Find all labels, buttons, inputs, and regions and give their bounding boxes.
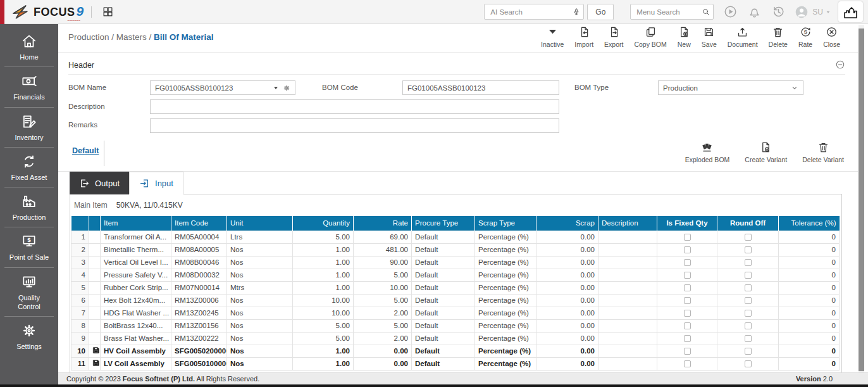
scrollbar-thumb[interactable]: [859, 29, 864, 371]
quantity-cell[interactable]: 1.00: [293, 256, 354, 269]
sidebar-item-financials[interactable]: Financials: [4, 67, 54, 107]
quantity-cell[interactable]: 10.00: [293, 307, 354, 319]
scrap-cell[interactable]: 0.00: [536, 243, 598, 256]
bom-name-dropdown[interactable]: FG01005ASSB0100123: [150, 80, 295, 95]
procure-type-cell[interactable]: Default: [412, 319, 475, 332]
scrap-type-cell[interactable]: Percentage (%): [475, 307, 536, 319]
unit-cell[interactable]: Nos: [227, 256, 293, 269]
round-off-checkbox[interactable]: [745, 360, 752, 367]
round-off-checkbox[interactable]: [745, 284, 752, 291]
item-code-cell[interactable]: RM07N00014: [171, 281, 227, 294]
sidebar-item-inventory[interactable]: Inventory: [4, 108, 54, 148]
rate-cell[interactable]: 481.00: [354, 243, 412, 256]
bom-type-select[interactable]: Production: [658, 80, 803, 95]
rate-cell[interactable]: 2.00: [354, 332, 412, 345]
tolerance-cell[interactable]: 0: [779, 269, 840, 281]
ai-search-input[interactable]: [484, 4, 584, 20]
description-cell[interactable]: [598, 332, 657, 345]
scrap-cell[interactable]: 0.00: [536, 357, 598, 370]
sidebar-item-home[interactable]: Home: [4, 27, 54, 67]
unit-cell[interactable]: Nos: [227, 332, 293, 345]
description-cell[interactable]: [598, 243, 657, 256]
rate-cell[interactable]: 90.00: [354, 256, 412, 269]
is-fixed-qty-checkbox[interactable]: [684, 259, 691, 266]
procure-type-cell[interactable]: Default: [412, 269, 475, 281]
company-skyline-button[interactable]: [838, 1, 863, 22]
description-cell[interactable]: [598, 256, 657, 269]
vertical-scrollbar[interactable]: [859, 25, 864, 372]
item-code-cell[interactable]: RM13Z00222: [171, 332, 227, 345]
rate-cell[interactable]: 2.00: [354, 307, 412, 319]
unit-cell[interactable]: Nos: [227, 357, 293, 370]
item-code-cell[interactable]: SFG00502000002: [171, 345, 227, 357]
scrap-type-cell[interactable]: Percentage (%): [475, 256, 536, 269]
play-icon[interactable]: [723, 4, 738, 19]
description-cell[interactable]: [598, 294, 657, 307]
rate-cell[interactable]: 5.00: [354, 294, 412, 307]
scrap-cell[interactable]: 0.00: [536, 269, 598, 281]
procure-type-cell[interactable]: Default: [412, 307, 475, 319]
unit-cell[interactable]: Mtrs: [227, 281, 293, 294]
description-cell[interactable]: [598, 345, 657, 357]
scrap-cell[interactable]: 0.00: [536, 281, 598, 294]
tolerance-cell[interactable]: 0: [779, 357, 840, 370]
tolerance-cell[interactable]: 0: [779, 345, 840, 357]
item-cell[interactable]: Vertical Oil Level I...: [101, 256, 171, 269]
scrap-type-cell[interactable]: Percentage (%): [475, 357, 536, 370]
scrap-cell[interactable]: 0.00: [536, 231, 598, 243]
is-fixed-qty-checkbox[interactable]: [684, 360, 691, 367]
procure-type-cell[interactable]: Default: [412, 332, 475, 345]
document-button[interactable]: Document: [728, 26, 758, 48]
mic-icon[interactable]: [572, 8, 581, 16]
delete-button[interactable]: Delete: [769, 26, 788, 48]
item-cell[interactable]: Pressure Safety V...: [101, 269, 171, 281]
item-cell[interactable]: Transformer Oil A...: [101, 231, 171, 243]
quantity-cell[interactable]: 1.00: [293, 243, 354, 256]
scrap-type-cell[interactable]: Percentage (%): [475, 281, 536, 294]
item-code-cell[interactable]: RM13Z00006: [171, 294, 227, 307]
is-fixed-qty-checkbox[interactable]: [684, 348, 691, 355]
quantity-cell[interactable]: 10.00: [293, 294, 354, 307]
tolerance-cell[interactable]: 0: [779, 281, 840, 294]
rate-cell[interactable]: 0.00: [354, 357, 412, 370]
scrap-cell[interactable]: 0.00: [536, 256, 598, 269]
new-button[interactable]: New: [678, 26, 691, 48]
item-code-cell[interactable]: RM13Z00245: [171, 307, 227, 319]
collapse-section-icon[interactable]: [835, 60, 845, 70]
tolerance-cell[interactable]: 0: [779, 243, 840, 256]
user-menu[interactable]: SU: [794, 4, 831, 20]
item-cell[interactable]: HV Coil Assembly: [101, 345, 171, 357]
round-off-checkbox[interactable]: [745, 272, 752, 279]
quantity-cell[interactable]: 5.00: [293, 319, 354, 332]
item-code-cell[interactable]: RM08B00046: [171, 256, 227, 269]
round-off-checkbox[interactable]: [745, 322, 752, 329]
round-off-checkbox[interactable]: [745, 234, 752, 241]
quantity-cell[interactable]: 1.00: [293, 269, 354, 281]
copy-bom-button[interactable]: Copy BOM: [634, 26, 666, 48]
is-fixed-qty-checkbox[interactable]: [684, 284, 691, 291]
item-code-cell[interactable]: SFG00501000002: [171, 357, 227, 370]
rate-cell[interactable]: 5.00: [354, 269, 412, 281]
unit-cell[interactable]: Nos: [227, 307, 293, 319]
tab-output[interactable]: Output: [70, 172, 129, 194]
scrap-type-cell[interactable]: Percentage (%): [475, 243, 536, 256]
item-cell[interactable]: Bimetallic Therm...: [101, 243, 171, 256]
focus9-logo[interactable]: FOCUS 9 ~~~~~~~: [11, 4, 84, 20]
procure-type-cell[interactable]: Default: [412, 256, 475, 269]
round-off-checkbox[interactable]: [745, 310, 752, 317]
apps-grid-icon[interactable]: [102, 6, 113, 17]
procure-type-cell[interactable]: Default: [412, 231, 475, 243]
procure-type-cell[interactable]: Default: [412, 345, 475, 357]
tolerance-cell[interactable]: 0: [779, 307, 840, 319]
sidebar-item-production[interactable]: Production: [4, 187, 54, 227]
round-off-checkbox[interactable]: [745, 259, 752, 266]
scrap-cell[interactable]: 0.00: [536, 319, 598, 332]
tolerance-cell[interactable]: 0: [779, 231, 840, 243]
item-cell[interactable]: LV Coil Assembly: [101, 357, 171, 370]
unit-cell[interactable]: Nos: [227, 319, 293, 332]
round-off-checkbox[interactable]: [745, 348, 752, 355]
bell-icon[interactable]: [747, 4, 762, 19]
import-button[interactable]: Import: [574, 26, 593, 48]
scrap-type-cell[interactable]: Percentage (%): [475, 345, 536, 357]
description-cell[interactable]: [598, 269, 657, 281]
